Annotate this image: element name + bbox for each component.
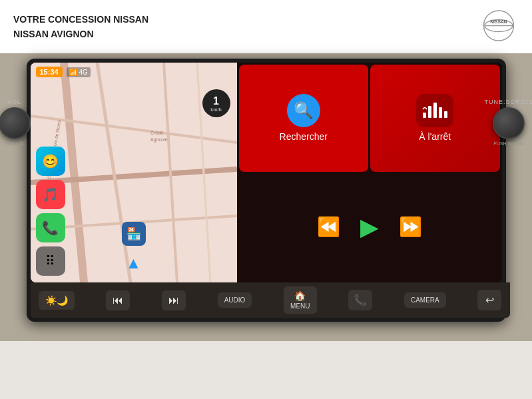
screen: Chemin de la Croix de Nores Crédit Agric… bbox=[31, 63, 502, 282]
rewind-button[interactable]: ⏪ bbox=[317, 216, 340, 238]
tune-label: TUNE:SCROLL bbox=[484, 99, 532, 105]
playback-controls: ⏪ ▶ ⏩ bbox=[239, 174, 500, 281]
dealer-line2: NISSAN AVIGNON bbox=[13, 27, 148, 41]
menu-button[interactable]: 🏠 MENU bbox=[284, 286, 316, 314]
push-sound-label: PUSH SOUND bbox=[493, 141, 525, 146]
tune-knob-container: TUNE:SCROLL PUSH SOUND bbox=[484, 99, 532, 146]
grid-icon[interactable]: ⠿ bbox=[36, 246, 65, 276]
nissan-logo: NISSAN bbox=[479, 7, 519, 47]
phone-button[interactable]: 📞 bbox=[348, 290, 372, 310]
svg-rect-16 bbox=[428, 106, 431, 118]
location-marker: 🏪 bbox=[122, 222, 146, 246]
vol-knob[interactable] bbox=[0, 107, 31, 139]
svg-rect-19 bbox=[444, 111, 447, 118]
music-icon[interactable]: 🎵 bbox=[36, 180, 65, 209]
dealer-info: VOTRE CONCESSION NISSAN NISSAN AVIGNON bbox=[13, 12, 148, 42]
music-label: À l'arrêt bbox=[419, 131, 451, 142]
screen-outer: Chemin de la Croix de Nores Crédit Agric… bbox=[27, 59, 506, 322]
play-button[interactable]: ▶ bbox=[360, 213, 379, 241]
waze-icon[interactable]: 😊 bbox=[36, 147, 65, 176]
vol-label: VOL bbox=[7, 99, 21, 105]
svg-rect-18 bbox=[439, 107, 442, 118]
map-panel[interactable]: Chemin de la Croix de Nores Crédit Agric… bbox=[31, 63, 237, 282]
vol-knob-container: VOL PUSH ⏻ bbox=[0, 99, 31, 146]
search-tile[interactable]: 🔍 Rechercher bbox=[239, 65, 369, 172]
phone-icon[interactable]: 📞 bbox=[36, 213, 65, 242]
bottom-bezel bbox=[0, 324, 532, 341]
direction-arrow: ▲ bbox=[126, 254, 142, 272]
infotainment-wrapper: VOL PUSH ⏻ TUNE:SCROLL PUSH SOUND bbox=[0, 53, 532, 324]
push-label: PUSH ⏻ bbox=[5, 141, 23, 146]
carplay-controls: 🔍 Rechercher bbox=[237, 63, 502, 282]
prev-track-button[interactable]: ⏮ bbox=[106, 290, 130, 310]
camera-button[interactable]: CAMERA bbox=[404, 292, 446, 308]
back-button[interactable]: ↩ bbox=[477, 290, 501, 310]
music-app-icon bbox=[416, 94, 453, 127]
svg-text:NISSAN: NISSAN bbox=[490, 19, 507, 23]
controls-bar: ☀️🌙 ⏮ ⏭ AUDIO 🏠 MENU 📞 CAMERA ↩ bbox=[31, 282, 510, 318]
app-icons: 😊 🎵 📞 ⠿ bbox=[36, 147, 65, 276]
time-display: 15:34 bbox=[36, 67, 63, 77]
tune-knob[interactable] bbox=[493, 107, 525, 139]
speed-display: 1 km/h bbox=[202, 89, 230, 117]
search-label: Rechercher bbox=[280, 131, 328, 142]
brightness-button[interactable]: ☀️🌙 bbox=[39, 291, 75, 310]
svg-text:Agricole: Agricole bbox=[150, 137, 167, 143]
svg-text:Crédit: Crédit bbox=[150, 131, 163, 135]
status-bar: 15:34 📶 4G bbox=[36, 67, 91, 77]
fast-forward-button[interactable]: ⏩ bbox=[399, 216, 422, 238]
search-icon: 🔍 bbox=[287, 94, 320, 127]
music-tile[interactable]: À l'arrêt bbox=[370, 65, 500, 172]
header: VOTRE CONCESSION NISSAN NISSAN AVIGNON N… bbox=[0, 0, 532, 53]
next-track-button[interactable]: ⏭ bbox=[162, 290, 186, 310]
signal-indicator: 📶 4G bbox=[67, 67, 91, 77]
svg-rect-17 bbox=[433, 103, 437, 118]
dealer-line1: VOTRE CONCESSION NISSAN bbox=[13, 12, 148, 27]
svg-rect-15 bbox=[423, 113, 426, 118]
audio-button[interactable]: AUDIO bbox=[218, 292, 252, 308]
